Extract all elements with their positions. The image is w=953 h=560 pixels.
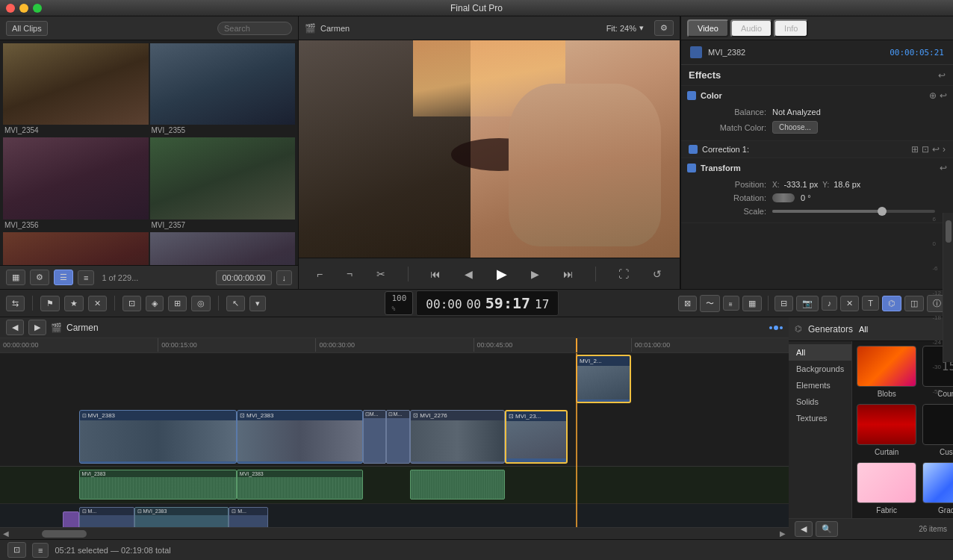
color-checkbox[interactable] bbox=[687, 91, 696, 100]
effects-undo-btn[interactable]: ↩ bbox=[938, 70, 946, 81]
tab-video[interactable]: Video bbox=[687, 19, 729, 37]
track-row[interactable]: ⊡M... bbox=[386, 410, 410, 464]
collapse-btn[interactable]: ⊟ bbox=[774, 296, 793, 311]
music-btn[interactable]: ♪ bbox=[822, 296, 838, 311]
list-view-btn[interactable]: ☰ bbox=[54, 270, 73, 285]
transform-reset-btn[interactable]: ↩ bbox=[940, 163, 947, 173]
blade-btn[interactable]: ✂ bbox=[372, 265, 390, 283]
list-item[interactable]: MVI_2357 bbox=[150, 137, 296, 230]
append-btn[interactable]: ↓ bbox=[276, 270, 293, 285]
gen-cat-all[interactable]: All bbox=[789, 344, 851, 361]
timeline-hscrollbar[interactable]: ◀ ▶ bbox=[0, 527, 789, 539]
track-row[interactable]: ⊡ M... bbox=[79, 507, 134, 527]
gen-cat-textures[interactable]: Textures bbox=[789, 410, 851, 426]
gen-cat-backgrounds[interactable]: Backgrounds bbox=[789, 361, 851, 377]
waveform-btn[interactable]: ⩬ bbox=[723, 296, 739, 311]
connected-clip[interactable]: MVI_2... bbox=[576, 355, 631, 403]
play-back-btn[interactable]: ◀ bbox=[460, 265, 477, 283]
list-item[interactable]: MVI_2358 bbox=[3, 232, 149, 265]
track-row[interactable] bbox=[410, 470, 505, 500]
settings-btn[interactable]: ⚙ bbox=[30, 270, 49, 285]
scroll-left-arrow[interactable]: ◀ bbox=[0, 529, 12, 538]
maximize-button[interactable] bbox=[33, 4, 42, 13]
gen-item-curtain[interactable]: Curtain bbox=[857, 404, 916, 456]
color-add-btn[interactable]: ⊕ bbox=[929, 90, 937, 101]
list-item[interactable]: MVI_2356 bbox=[3, 137, 149, 230]
trim-end-btn[interactable]: ¬ bbox=[342, 265, 357, 283]
minimize-button[interactable] bbox=[19, 4, 28, 13]
tab-audio[interactable]: Audio bbox=[730, 19, 772, 37]
list-item[interactable]: MVI_2354 bbox=[3, 43, 149, 136]
filmstrip-view-btn[interactable]: ▦ bbox=[6, 270, 25, 285]
list-item[interactable]: MVI_2359 bbox=[150, 232, 296, 265]
correction-copy-btn[interactable]: ⊡ bbox=[922, 144, 929, 155]
timeline-back-btn[interactable]: ◀ bbox=[6, 320, 24, 335]
detail-view-btn[interactable]: ≡ bbox=[78, 270, 94, 285]
track-row[interactable]: ⊡MVI_2383 bbox=[79, 410, 237, 464]
transform-checkbox[interactable] bbox=[687, 164, 696, 172]
gen-cat-solids[interactable]: Solids bbox=[789, 393, 851, 410]
gen-cat-elements[interactable]: Elements bbox=[789, 377, 851, 393]
track-row[interactable]: ⊡ MVI_2276 bbox=[410, 410, 505, 464]
hscroll-thumb[interactable] bbox=[42, 530, 87, 538]
star-btn[interactable]: ★ bbox=[64, 296, 84, 311]
fxs-btn[interactable]: ✕ bbox=[840, 296, 859, 311]
correction-expand-btn[interactable]: ⊞ bbox=[911, 144, 919, 155]
gen-tab-all[interactable]: All bbox=[859, 325, 868, 334]
search-input[interactable] bbox=[217, 22, 292, 35]
audio-btn[interactable]: 〜 bbox=[700, 295, 720, 312]
gen-item-custom[interactable]: Custom bbox=[922, 404, 953, 456]
gen-search-btn[interactable]: 🔍 bbox=[816, 521, 838, 537]
share-btn[interactable]: ⊡ bbox=[7, 542, 26, 558]
track-row[interactable]: ⊡ MVI_2383 bbox=[134, 507, 229, 527]
tools-btn[interactable]: ▾ bbox=[249, 296, 266, 311]
correction-more-btn[interactable]: › bbox=[943, 144, 946, 155]
gen-nav-left-btn[interactable]: ◀ bbox=[795, 521, 813, 537]
track-row[interactable] bbox=[63, 511, 78, 527]
flag-btn[interactable]: ⚑ bbox=[40, 296, 60, 311]
solo-btn[interactable]: ◎ bbox=[191, 296, 211, 311]
viewer-settings-btn[interactable]: ⚙ bbox=[654, 20, 674, 36]
correction-undo-btn[interactable]: ↩ bbox=[932, 144, 940, 155]
skimmer-btn[interactable]: ⊞ bbox=[168, 296, 187, 311]
choose-btn[interactable]: Choose... bbox=[772, 121, 818, 134]
track-row[interactable]: ⊡ MVI_23... bbox=[505, 410, 568, 464]
text-btn[interactable]: T bbox=[862, 296, 879, 311]
clip-appearance-btn[interactable]: ▦ bbox=[742, 296, 762, 311]
gen-item-fabric[interactable]: Fabric bbox=[857, 462, 916, 514]
scroll-right-arrow[interactable]: ▶ bbox=[777, 529, 789, 538]
gen-btn[interactable]: ⌬ bbox=[882, 296, 901, 311]
trim-start-btn[interactable]: ⌐ bbox=[312, 265, 327, 283]
track-row[interactable]: ⊡M... bbox=[363, 410, 387, 464]
loop-btn[interactable]: ↺ bbox=[648, 265, 666, 283]
play-fwd-btn[interactable]: ▶ bbox=[527, 265, 544, 283]
all-clips-dropdown[interactable]: All Clips bbox=[6, 21, 48, 36]
play-btn[interactable]: ▶ bbox=[492, 263, 512, 285]
close-button[interactable] bbox=[6, 4, 15, 13]
pointer-btn[interactable]: ↖ bbox=[226, 296, 245, 311]
tab-info[interactable]: Info bbox=[774, 19, 808, 37]
magnetic-timeline-btn[interactable]: ⇆ bbox=[6, 296, 25, 311]
list-item[interactable]: MVI_2355 bbox=[150, 43, 296, 136]
fullscreen-btn[interactable]: ⛶ bbox=[614, 265, 633, 283]
match-btn[interactable]: ⊡ bbox=[122, 296, 141, 311]
track-row[interactable]: MVI_2383 bbox=[79, 470, 237, 500]
timeline-fwd-btn[interactable]: ▶ bbox=[28, 320, 46, 335]
snap-btn[interactable]: ◈ bbox=[146, 296, 164, 311]
track-row[interactable]: ⊡ MVI_2383 bbox=[237, 410, 363, 464]
viewer-fit-control[interactable]: Fit: 24% ▾ bbox=[606, 23, 644, 33]
color-reset-btn[interactable]: ↩ bbox=[940, 90, 947, 101]
reject-btn[interactable]: ✕ bbox=[88, 296, 107, 311]
clip-connections-btn[interactable]: ⊠ bbox=[678, 296, 697, 311]
gen-item-blobs[interactable]: Blobs bbox=[857, 346, 916, 398]
go-to-end-btn[interactable]: ⏭ bbox=[559, 265, 578, 283]
go-to-start-btn[interactable]: ⏮ bbox=[426, 265, 445, 283]
gen-item-gradient[interactable]: Gradient bbox=[922, 462, 953, 514]
transition-btn[interactable]: ◫ bbox=[904, 296, 924, 311]
all-filter-btn[interactable]: 00:00:00:00 bbox=[216, 270, 271, 285]
background-tasks-btn[interactable]: ≡ bbox=[32, 543, 49, 558]
track-row[interactable]: MVI_2383 bbox=[237, 470, 363, 500]
photo-btn[interactable]: 📷 bbox=[796, 296, 819, 311]
track-row[interactable]: ⊡ M... bbox=[229, 507, 268, 527]
correction-checkbox[interactable] bbox=[689, 145, 698, 154]
